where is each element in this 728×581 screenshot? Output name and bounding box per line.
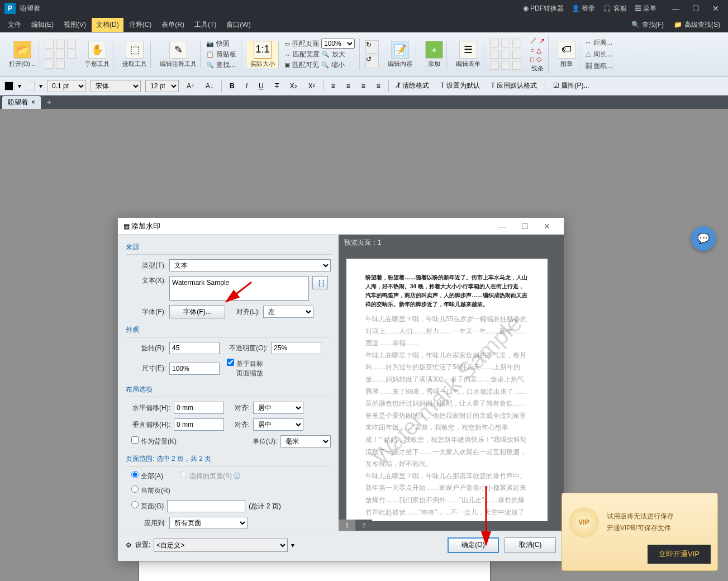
area-button[interactable]: ▦ 面积... <box>585 61 612 71</box>
voff-input[interactable] <box>174 418 224 431</box>
apply-default-button[interactable]: T 应用默认格式 <box>488 80 540 92</box>
settings-select[interactable]: <自定义> <box>154 539 288 552</box>
fit-visible-button[interactable]: ▣ 匹配可见 🔍 缩小 <box>284 60 355 70</box>
font-dec-icon[interactable]: A↓ <box>202 81 217 91</box>
set-default-button[interactable]: T 设置为默认 <box>437 80 483 92</box>
menu-tool[interactable]: 工具(T) <box>190 18 221 32</box>
underline-icon[interactable]: U <box>255 81 267 91</box>
type-select[interactable]: 文本 <box>169 259 331 272</box>
pages-input[interactable] <box>167 500 245 512</box>
italic-icon[interactable]: I <box>242 81 251 91</box>
preview-page-2[interactable]: 2 <box>355 520 372 531</box>
valign-select[interactable]: 居中 <box>253 418 303 431</box>
fill-color-icon[interactable] <box>4 82 13 91</box>
t3-icon[interactable] <box>512 39 521 47</box>
fit-width-button[interactable]: ↔ 匹配宽度 🔍 放大 <box>284 50 355 59</box>
add-tab-button[interactable]: ＋ <box>41 97 58 107</box>
undo-icon[interactable] <box>45 50 54 59</box>
scale-checkbox[interactable] <box>227 359 234 366</box>
menu-edit[interactable]: 编辑(E) <box>27 18 58 32</box>
vip-upgrade-button[interactable]: 立即开通VIP <box>648 545 711 564</box>
close-button[interactable]: ✕ <box>708 4 724 13</box>
asbg-checkbox-label[interactable]: 作为背景(K) <box>131 436 177 446</box>
menu-link[interactable]: ☰ 菜单 <box>635 4 656 13</box>
scan-icon[interactable] <box>67 50 76 59</box>
pdf-converter-link[interactable]: ◉ PDF转换器 <box>523 4 564 13</box>
t8-icon[interactable] <box>501 61 510 70</box>
export-icon[interactable] <box>45 60 54 69</box>
save-icon[interactable] <box>45 40 54 49</box>
actual-size-icon[interactable]: 1:1 <box>254 41 272 59</box>
dialog-close-button[interactable]: ✕ <box>536 222 558 231</box>
bold-icon[interactable]: B <box>226 81 238 91</box>
line-style-icon[interactable] <box>26 82 35 91</box>
service-link[interactable]: 🎧 客服 <box>603 4 626 13</box>
clipboard-button[interactable]: 📋 剪贴板 <box>206 50 236 59</box>
sel-radio-label[interactable]: 选择的页面(S) ⓘ <box>180 471 240 481</box>
align-left-icon[interactable]: ≡ <box>328 81 339 91</box>
select-tool-icon[interactable]: ⬚ <box>126 41 144 59</box>
t1-icon[interactable] <box>490 39 499 47</box>
pages-radio[interactable] <box>131 501 139 508</box>
align-justify-icon[interactable]: ≡ <box>373 81 384 91</box>
advfind-button[interactable]: 📁 高级查找(S) <box>669 18 725 32</box>
all-radio-label[interactable]: 全部(A) <box>131 471 163 481</box>
t9-icon[interactable] <box>512 61 521 70</box>
align-center-icon[interactable]: ≡ <box>343 81 354 91</box>
dialog-minimize-button[interactable]: — <box>491 222 513 231</box>
rotate2-icon[interactable]: ↺ <box>365 55 379 68</box>
applyto-select[interactable]: 所有页面 <box>169 517 248 529</box>
print-icon[interactable] <box>56 40 65 49</box>
distance-button[interactable]: ↔ 距离... <box>585 38 612 47</box>
font-inc-icon[interactable]: A↑ <box>183 81 198 91</box>
sup-icon[interactable]: X² <box>305 81 318 91</box>
perimeter-button[interactable]: △ 周长... <box>585 50 612 59</box>
mail-icon[interactable] <box>67 40 76 49</box>
add-icon[interactable]: ＋ <box>425 41 443 59</box>
find-button[interactable]: 🔍 查找(F) <box>627 18 668 32</box>
properties-button[interactable]: ☑ 属性(P)... <box>550 80 592 92</box>
unit-select[interactable]: 毫米 <box>280 435 331 447</box>
login-link[interactable]: 👤 登录 <box>572 4 595 13</box>
annot-tool-icon[interactable]: ✎ <box>169 41 187 59</box>
document-tab[interactable]: 盼望着 × <box>2 96 41 109</box>
menu-file[interactable]: 文件 <box>3 18 26 32</box>
find-ribbon-button[interactable]: 🔍 查找... <box>206 60 236 70</box>
t6-icon[interactable] <box>512 50 521 59</box>
t2-icon[interactable] <box>501 39 510 47</box>
gear-icon[interactable]: ⚙ <box>126 541 132 549</box>
maximize-button[interactable]: ☐ <box>688 4 703 13</box>
menu-annot[interactable]: 注释(C) <box>125 18 156 32</box>
text-input[interactable] <box>169 276 309 301</box>
rotate-icon[interactable]: ↻ <box>365 40 379 54</box>
minimize-button[interactable]: — <box>668 4 683 13</box>
text-var-button[interactable]: [·] <box>312 276 328 289</box>
size-input[interactable] <box>169 363 220 375</box>
dialog-maximize-button[interactable]: ☐ <box>513 222 536 231</box>
tab-close-icon[interactable]: × <box>31 98 35 106</box>
cur-radio-label[interactable]: 当前页(R) <box>131 485 170 496</box>
edit-form-icon[interactable]: ☰ <box>459 41 477 59</box>
line-width-select[interactable]: 0.1 pt <box>47 80 86 92</box>
float-chat-icon[interactable]: 💬 <box>691 226 716 251</box>
t5-icon[interactable] <box>501 50 510 59</box>
clear-format-button[interactable]: T̸ 清除格式 <box>393 80 432 92</box>
edit-content-icon[interactable]: 📝 <box>391 41 409 59</box>
align-right-icon[interactable]: ≡ <box>358 81 369 91</box>
font-button[interactable]: 字体(F)... <box>169 305 225 318</box>
menu-form[interactable]: 表单(R) <box>157 18 189 32</box>
font-size-select[interactable]: 12 pt <box>145 80 179 92</box>
t4-icon[interactable] <box>490 50 499 59</box>
preview-page-1[interactable]: 1 <box>339 520 355 531</box>
zoom-select[interactable]: 100% <box>321 39 355 49</box>
snapshot-button[interactable]: 📷 快照 <box>206 39 236 49</box>
stamp-icon[interactable]: 🏷 <box>558 41 575 59</box>
halign-select[interactable]: 居中 <box>253 402 303 414</box>
hand-tool-icon[interactable]: ✋ <box>88 41 106 59</box>
opacity-input[interactable] <box>271 342 321 354</box>
cancel-button[interactable]: 取消(C) <box>505 537 556 553</box>
fit-page-button[interactable]: ▭ 匹配页面 100% <box>284 39 355 49</box>
strike-icon[interactable]: T̶ <box>272 81 282 91</box>
menu-view[interactable]: 视图(V) <box>59 18 91 32</box>
scale-checkbox-label[interactable]: 基于目标页面缩放 <box>223 359 263 378</box>
